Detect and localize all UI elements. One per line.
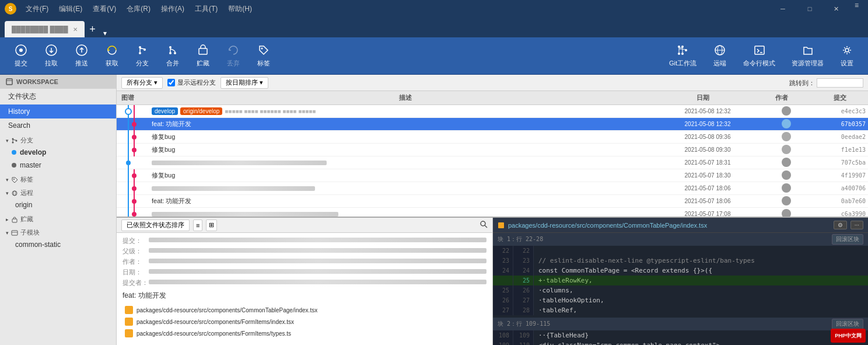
meta-commit-value — [149, 238, 487, 242]
discard-button[interactable]: 丢弃 — [219, 41, 247, 70]
main-area: WORKSPACE 文件状态 History Search ▾ 分支 devel… — [0, 75, 868, 345]
svg-point-8 — [169, 52, 172, 54]
merge-button[interactable]: 合并 — [159, 41, 187, 70]
line-num-new: 109 — [513, 330, 534, 340]
jump-to-input[interactable] — [817, 78, 863, 88]
changed-files-list: packages/cdd-resource/src/components/Com… — [123, 304, 487, 339]
left-panel-header: 已依照文件状态排序 ≡ ⊞ — [117, 218, 492, 233]
sidebar-section-submodule[interactable]: ▾ 子模块 — [0, 225, 116, 238]
all-branches-dropdown[interactable]: 所有分支 ▾ — [121, 77, 163, 89]
svg-point-13 — [678, 53, 680, 55]
sidebar-submodule-common-static[interactable]: common-static — [0, 238, 116, 251]
tab-close-icon[interactable]: ✕ — [73, 26, 78, 33]
line-num-old: 23 — [493, 256, 513, 266]
sidebar-item-search[interactable]: Search — [0, 119, 116, 133]
pull-button[interactable]: 拉取 — [37, 41, 65, 70]
commit-graph-5 — [117, 169, 152, 182]
table-row[interactable]: develop origin/develop ■■■■■ ■■■■ ■■■■■■… — [117, 105, 868, 118]
menu-file[interactable]: 文件(F) — [21, 3, 53, 15]
menu-edit[interactable]: 编辑(E) — [54, 3, 87, 15]
table-row[interactable]: feat: 功能开发 2021-05-08 12:32 67b0357 — [117, 118, 868, 131]
explorer-button[interactable]: 资源管理器 — [785, 41, 831, 70]
remote-button[interactable]: 远端 — [706, 41, 734, 70]
table-row[interactable]: 修复bug 2021-05-08 09:30 f1e1e13 — [117, 144, 868, 156]
minimize-button[interactable]: ─ — [769, 0, 796, 18]
sidebar-item-history[interactable]: History — [0, 104, 116, 119]
sidebar-branch-develop[interactable]: develop — [0, 146, 116, 159]
table-row[interactable]: 2021-05-07 18:31 707c5ba — [117, 156, 868, 169]
settings-diff-button[interactable]: ⚙ — [834, 221, 847, 229]
avatar-6 — [782, 183, 791, 193]
svg-rect-64 — [498, 222, 504, 228]
svg-point-11 — [261, 48, 263, 50]
sidebar-section-remote[interactable]: ▾ 远程 — [0, 185, 116, 198]
avatar-1 — [782, 119, 791, 128]
table-row[interactable]: 修复bug 2021-05-08 09:36 0eedae2 — [117, 131, 868, 144]
content-area: 所有分支 ▾ 显示远程分支 按日期排序 ▾ 跳转到： 图谱 描述 日期 — [117, 75, 868, 345]
sidebar-item-file-status[interactable]: 文件状态 — [0, 89, 116, 104]
push-button[interactable]: 推送 — [68, 41, 96, 70]
col-header-date: 日期 — [659, 93, 747, 102]
list-item[interactable]: packages/cdd-resource/src/components/For… — [123, 327, 487, 339]
graph-svg-4 — [117, 156, 152, 169]
sidebar-section-tags[interactable]: ▾ 标签 — [0, 172, 116, 185]
fetch-button[interactable]: 获取 — [98, 41, 126, 70]
settings-button[interactable]: 设置 — [833, 41, 861, 70]
line-num-new: 23 — [513, 256, 534, 266]
terminal-button[interactable]: 命令行模式 — [736, 41, 782, 70]
branch-button[interactable]: 分支 — [128, 41, 156, 70]
file-icon — [125, 306, 133, 314]
search-icon[interactable] — [480, 220, 488, 228]
tab-dropdown-arrow[interactable]: ▾ — [101, 29, 109, 37]
commit-button[interactable]: 提交 — [7, 41, 35, 70]
line-content: ·tableRef, — [534, 305, 868, 315]
commit-graph-0 — [117, 105, 152, 117]
tag-button[interactable]: 标签 — [250, 41, 278, 70]
view-toggle-button[interactable]: ≡ — [193, 219, 202, 231]
show-remote-input[interactable] — [167, 79, 175, 86]
history-panel: 所有分支 ▾ 显示远程分支 按日期排序 ▾ 跳转到： 图谱 描述 日期 — [117, 75, 868, 217]
list-view-button[interactable]: ⊞ — [206, 219, 217, 231]
gitflow-button[interactable]: Git工作流 — [662, 41, 704, 70]
more-diff-button[interactable]: ··· — [850, 221, 863, 229]
svg-point-32 — [125, 109, 131, 114]
menu-button[interactable]: ≡ — [850, 0, 863, 18]
sidebar-section-branches[interactable]: ▾ 分支 — [0, 133, 116, 146]
sidebar: WORKSPACE 文件状态 History Search ▾ 分支 devel… — [0, 75, 117, 345]
sidebar-section-stash[interactable]: ▸ 贮藏 — [0, 211, 116, 225]
line-content — [534, 246, 868, 256]
line-content: ·tableHookOption, — [534, 295, 868, 305]
meta-date-value — [149, 269, 487, 274]
table-row[interactable]: 2021-05-07 17:08 c6a3990 — [117, 208, 868, 217]
commit-hash-6: a400706 — [821, 185, 868, 191]
app-logo: S — [5, 3, 16, 15]
list-item[interactable]: packages/cdd-resource/src/components/Com… — [123, 304, 487, 316]
close-button[interactable]: ✕ — [823, 0, 850, 18]
file-sort-dropdown[interactable]: 已依照文件状态排序 — [121, 219, 190, 231]
menu-view[interactable]: 查看(V) — [88, 3, 121, 15]
table-row[interactable]: 修复bug 2021-05-07 18:30 4f19907 — [117, 169, 868, 182]
current-tab[interactable]: ████████ ████ ✕ — [5, 21, 85, 37]
sort-dropdown[interactable]: 按日期排序 ▾ — [220, 77, 268, 89]
table-row[interactable]: 2021-05-07 18:06 a400706 — [117, 182, 868, 195]
branch-dot-develop — [12, 150, 16, 155]
list-item[interactable]: packages/cdd-resource/src/components/For… — [123, 316, 487, 327]
sidebar-branch-master[interactable]: master — [0, 159, 116, 172]
graph-svg-3 — [117, 144, 152, 156]
stash-button[interactable]: 贮藏 — [189, 41, 217, 70]
maximize-button[interactable]: □ — [796, 0, 823, 18]
menu-action[interactable]: 操作(A) — [156, 3, 189, 15]
menu-help[interactable]: 帮助(H) — [223, 3, 257, 15]
revert-chunk-2-button[interactable]: 回滚区块 — [832, 319, 863, 329]
table-header: 图谱 描述 日期 作者 提交 — [117, 91, 868, 105]
table-row[interactable]: feat: 功能开发 2021-05-07 18:06 0ab7e60 — [117, 195, 868, 208]
sidebar-remote-origin[interactable]: origin — [0, 198, 116, 211]
revert-chunk-1-button[interactable]: 回滚区块 — [832, 234, 863, 245]
menu-repo[interactable]: 仓库(R) — [122, 3, 155, 15]
watermark: PHP中文网 — [831, 329, 866, 343]
new-tab-button[interactable]: + — [85, 21, 101, 37]
discard-icon — [227, 44, 240, 57]
menu-tools[interactable]: 工具(T) — [190, 3, 222, 15]
commit-date-2: 2021-05-08 09:36 — [664, 134, 751, 140]
show-remote-checkbox[interactable]: 显示远程分支 — [167, 78, 216, 87]
